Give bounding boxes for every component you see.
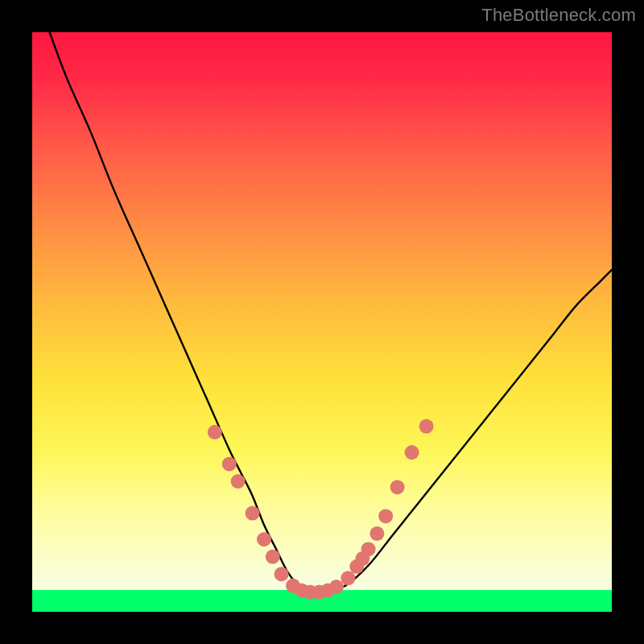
marker-dot (246, 506, 260, 521)
bottleneck-curve (50, 32, 612, 592)
marker-dot (266, 550, 280, 564)
bottleneck-svg (32, 32, 612, 612)
marker-dot (378, 509, 393, 523)
marker-dot (369, 526, 384, 541)
marker-dot (275, 567, 289, 581)
chart-frame: TheBottleneck.com (0, 0, 644, 644)
marker-dot (341, 571, 355, 585)
marker-dot (405, 445, 419, 460)
watermark-text: TheBottleneck.com (481, 5, 636, 26)
marker-dot (390, 480, 405, 494)
marker-dot (419, 419, 434, 434)
marker-dot (231, 474, 246, 489)
marker-dot (208, 425, 222, 440)
marker-group (208, 419, 434, 600)
marker-dot (222, 456, 237, 471)
plot-area (32, 32, 612, 612)
marker-dot (257, 532, 271, 547)
marker-dot (329, 580, 344, 594)
marker-dot (361, 542, 376, 556)
